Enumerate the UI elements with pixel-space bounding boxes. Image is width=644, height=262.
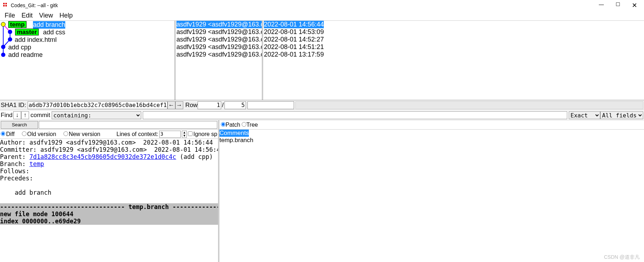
extra-input[interactable]	[247, 101, 294, 109]
diff-radio[interactable]: Diff	[1, 131, 15, 137]
date-pane[interactable]: 2022-08-01 14:56:44 2022-08-01 14:53:09 …	[263, 21, 644, 100]
commit-msg-2[interactable]: add index.html	[15, 36, 57, 44]
search-button[interactable]: Search	[1, 121, 38, 129]
author-1[interactable]: asdfv1929 <asdfv1929@163.com	[176, 28, 261, 36]
loc-input[interactable]	[159, 131, 181, 138]
author-0[interactable]: asdfv1929 <asdfv1929@163.com	[176, 21, 263, 28]
parent-link[interactable]: 7d1a828cc8c3e45cb98605dc9032de372e1d0c4c	[29, 153, 176, 160]
menu-edit[interactable]: Edit	[18, 12, 36, 19]
row-sep: /	[222, 102, 224, 109]
sha-label: SHA1 ID:	[1, 102, 26, 109]
find-commit-label: commit	[30, 112, 50, 119]
sha-input[interactable]	[28, 101, 167, 109]
find-input[interactable]	[143, 111, 567, 119]
date-3[interactable]: 2022-08-01 14:51:21	[264, 43, 643, 51]
commit-detail-pane[interactable]: Author: asdfv1929 <asdfv1929@163.com> 20…	[0, 139, 218, 262]
patch-radio[interactable]: Patch	[221, 122, 240, 128]
watermark: CSDN @道非凡	[604, 254, 640, 261]
window-title: Codes_Git: --all - gitk	[11, 3, 58, 8]
svg-rect-3	[5, 5, 7, 6]
nav-fwd-button[interactable]: →	[175, 101, 183, 109]
loc-spinner[interactable]: ▲▼	[182, 131, 187, 138]
tree-radio[interactable]: Tree	[242, 122, 258, 128]
menubar: File Edit View Help	[0, 11, 644, 21]
minimize-button[interactable]: —	[597, 1, 605, 9]
commit-msg-1[interactable]: add css	[43, 29, 65, 36]
author-2[interactable]: asdfv1929 <asdfv1929@163.com	[176, 36, 261, 43]
diff-file-header: ---------------------------------- temp.…	[0, 203, 218, 225]
menu-view[interactable]: View	[36, 12, 56, 19]
svg-rect-2	[3, 5, 5, 6]
svg-rect-0	[3, 3, 5, 4]
maximize-button[interactable]: ☐	[614, 1, 622, 9]
menu-file[interactable]: File	[1, 12, 18, 19]
row-num-input[interactable]	[198, 101, 221, 109]
file-comments[interactable]: Comments	[219, 130, 249, 137]
new-version-radio[interactable]: New version	[63, 131, 100, 137]
ignore-space-checkbox[interactable]: Ignore sp	[188, 131, 217, 137]
svg-point-11	[1, 45, 5, 49]
commit-msg-3[interactable]: add cpp	[8, 44, 31, 51]
find-exact-select[interactable]: Exact	[569, 111, 600, 119]
file-list-pane[interactable]: Comments temp.branch	[219, 130, 644, 262]
svg-point-10	[8, 37, 12, 42]
nav-back-button[interactable]: ←	[167, 101, 175, 109]
find-fields-select[interactable]: All fields	[600, 111, 643, 119]
date-2[interactable]: 2022-08-01 14:52:27	[264, 36, 643, 43]
author-pane[interactable]: asdfv1929 <asdfv1929@163.com asdfv1929 <…	[176, 21, 263, 100]
svg-point-12	[1, 53, 5, 57]
find-label: Find	[1, 112, 13, 119]
branch-link[interactable]: temp	[29, 160, 44, 168]
mid-strip	[295, 101, 643, 109]
svg-point-8	[1, 22, 5, 26]
close-button[interactable]: ✕	[630, 1, 638, 9]
loc-label: Lines of context:	[117, 131, 158, 137]
find-up-button[interactable]: ↑	[21, 111, 29, 119]
date-0[interactable]: 2022-08-01 14:56:44	[264, 21, 324, 28]
svg-point-9	[8, 30, 12, 34]
commit-msg-4[interactable]: add readme	[8, 51, 43, 59]
commit-graph-pane[interactable]: temp add branch master add css add index…	[0, 21, 176, 100]
search-input[interactable]	[39, 121, 217, 129]
old-version-radio[interactable]: Old version	[22, 131, 56, 137]
find-down-button[interactable]: ↓	[13, 111, 21, 119]
branch-tag-temp[interactable]: temp	[8, 21, 27, 28]
author-3[interactable]: asdfv1929 <asdfv1929@163.com	[176, 43, 261, 51]
author-4[interactable]: asdfv1929 <asdfv1929@163.com	[176, 51, 261, 58]
file-item[interactable]: temp.branch	[219, 137, 644, 144]
gitk-app-icon	[3, 3, 9, 8]
svg-rect-1	[5, 3, 7, 4]
date-1[interactable]: 2022-08-01 14:53:09	[264, 28, 643, 36]
find-mode-select[interactable]: containing:	[52, 111, 141, 119]
date-4[interactable]: 2022-08-01 13:17:59	[264, 51, 643, 58]
branch-tag-master[interactable]: master	[15, 29, 39, 35]
row-label: Row	[185, 102, 198, 109]
row-total	[224, 101, 246, 109]
menu-help[interactable]: Help	[56, 12, 76, 19]
commit-msg-0[interactable]: add branch	[33, 21, 65, 29]
